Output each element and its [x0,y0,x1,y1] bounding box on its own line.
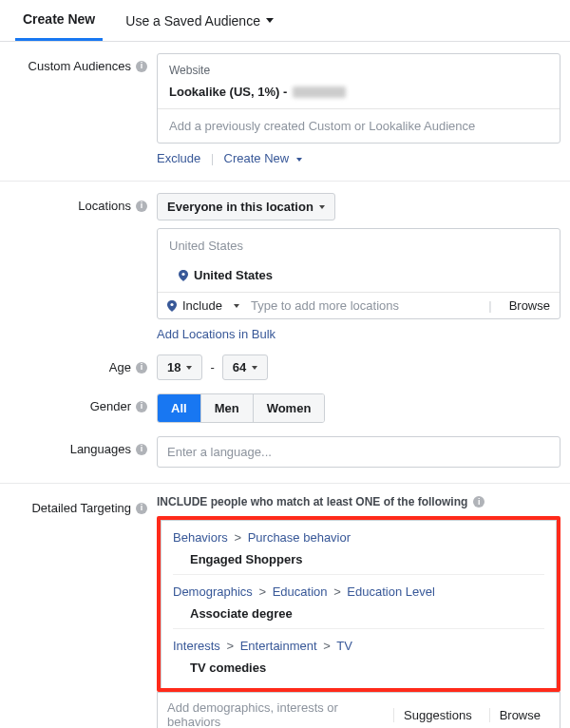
gender-all-button[interactable]: All [158,394,201,422]
pin-icon [179,270,188,281]
location-scope-select[interactable]: Everyone in this location [157,193,335,220]
age-min-select[interactable]: 18 [157,354,202,380]
languages-input[interactable]: Enter a language... [157,436,560,468]
location-add-input[interactable]: Type to add more locations [251,298,488,313]
add-locations-bulk-link[interactable]: Add Locations in Bulk [157,327,276,341]
age-dash: - [210,360,214,374]
targeting-include-header: INCLUDE people who match at least ONE of… [157,495,467,508]
info-icon[interactable]: i [136,503,147,514]
detailed-targeting-label: Detailed Targeting [31,501,131,515]
location-selected-item[interactable]: United States [158,262,560,292]
audience-add-input[interactable]: Add a previously created Custom or Looka… [158,108,560,143]
audience-item[interactable]: Lookalike (US, 1%) - [169,85,548,99]
create-new-link[interactable]: Create New [224,151,302,165]
svg-point-0 [181,272,184,275]
info-icon[interactable]: i [136,401,147,412]
caret-down-icon [186,366,192,370]
tab-use-saved-audience[interactable]: Use a Saved Audience [125,13,274,29]
location-country-heading: United States [158,229,560,262]
divider [173,574,544,575]
breadcrumb-sep: > [323,639,331,653]
caret-down-icon [266,18,274,23]
info-icon[interactable]: i [473,496,484,508]
info-icon[interactable]: i [136,362,147,374]
languages-label: Languages [70,442,131,456]
breadcrumb-part: Education [273,584,328,599]
info-icon[interactable]: i [136,444,147,455]
targeting-browse-button[interactable]: Browse [489,708,550,722]
targeting-breadcrumb[interactable]: Interests > Entertainment > TV [173,639,544,653]
info-icon[interactable]: i [136,61,147,72]
breadcrumb-sep: > [234,530,241,545]
targeting-breadcrumb[interactable]: Behaviors > Purchase behavior [173,530,544,545]
pin-icon [167,300,177,312]
breadcrumb-part: Education Level [347,584,435,599]
gender-toggle-group: All Men Women [157,393,325,423]
caret-down-icon [234,304,239,308]
targeting-value[interactable]: Engaged Shoppers [173,552,544,566]
tab-use-saved-label: Use a Saved Audience [125,13,260,29]
breadcrumb-part: TV [336,639,352,653]
create-new-label: Create New [224,151,290,165]
breadcrumb-sep: > [226,639,234,653]
location-selected-text: United States [194,268,273,282]
breadcrumb-part: Purchase behavior [248,530,351,545]
audience-item-text: Lookalike (US, 1%) - [169,85,287,99]
age-label: Age [109,360,131,374]
gender-women-button[interactable]: Women [254,394,325,422]
caret-down-icon [296,158,302,162]
audience-source-label: Website [169,64,548,77]
age-max-select[interactable]: 64 [222,354,268,380]
suggestions-button[interactable]: Suggestions [393,708,482,722]
breadcrumb-sep: > [333,584,341,599]
targeting-add-input[interactable]: Add demographics, interests or behaviors [167,700,386,728]
targeting-value[interactable]: Associate degree [173,606,544,621]
targeting-value[interactable]: TV comedies [173,661,544,675]
svg-point-1 [170,302,173,305]
location-include-select[interactable]: Include [167,298,239,313]
locations-label: Locations [78,199,131,213]
location-browse-button[interactable]: Browse [500,298,550,313]
location-scope-value: Everyone in this location [167,200,314,214]
age-min-value: 18 [167,360,180,374]
age-max-value: 64 [233,360,246,374]
caret-down-icon [252,366,257,370]
tab-create-new[interactable]: Create New [15,0,103,41]
include-label: Include [182,298,222,313]
gender-label: Gender [90,399,131,413]
targeting-highlight-box: Behaviors > Purchase behavior Engaged Sh… [157,516,560,692]
breadcrumb-sep: > [258,584,266,599]
breadcrumb-part: Demographics [173,584,253,599]
breadcrumb-part: Interests [173,639,220,653]
breadcrumb-part: Entertainment [240,639,317,653]
exclude-link[interactable]: Exclude [157,151,200,165]
breadcrumb-part: Behaviors [173,530,228,545]
gender-men-button[interactable]: Men [201,394,254,422]
caret-down-icon [319,205,325,209]
redacted-text [293,86,346,98]
info-icon[interactable]: i [136,201,147,212]
custom-audiences-label: Custom Audiences [28,59,131,73]
targeting-breadcrumb[interactable]: Demographics > Education > Education Lev… [173,584,544,599]
divider [173,628,544,629]
divider [212,154,213,165]
